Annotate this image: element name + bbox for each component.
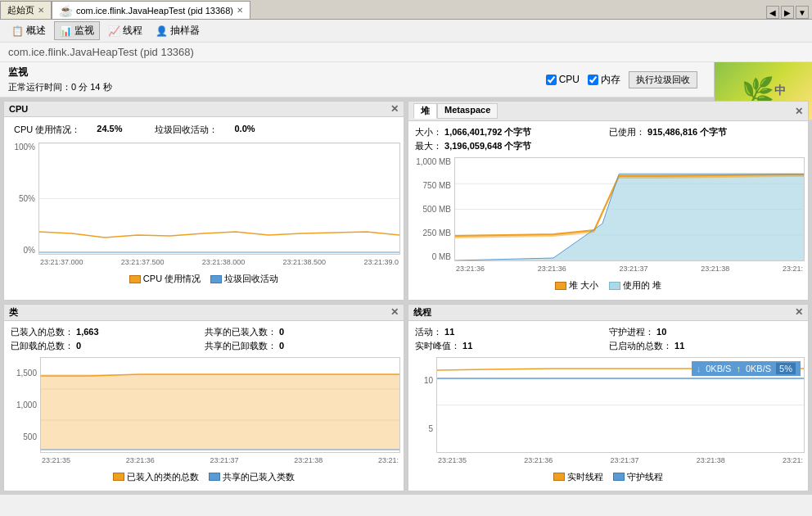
cpu-legend-label-2: 垃圾回收活动: [224, 273, 278, 285]
cpu-legend-color-2: [210, 275, 222, 283]
thread-panel-body: 活动： 11 守护进程： 10 实时峰值： 11 已启动的总数： 11: [408, 321, 808, 490]
net-pct-badge: 5%: [776, 363, 796, 374]
thread-legend-item-2: 守护线程: [613, 471, 663, 483]
panels-grid: CPU ✕ CPU 使用情况： 24.5% 垃圾回收活动： 0.0% 100% …: [0, 97, 812, 495]
tab-nav-prev[interactable]: ◀: [766, 6, 779, 19]
heap-panel-close[interactable]: ✕: [795, 106, 803, 117]
thread-daemon-value: 10: [656, 327, 666, 337]
class-shared-unloaded-label: 共享的已卸载数：: [205, 341, 277, 351]
class-panel-close[interactable]: ✕: [390, 306, 399, 318]
gc-button[interactable]: 执行垃圾回收: [629, 71, 697, 88]
memory-checkbox-label[interactable]: 内存: [588, 73, 620, 87]
thread-legend-item-1: 实时线程: [553, 471, 603, 483]
cpu-legend-item-1: CPU 使用情况: [129, 273, 201, 285]
heap-panel: 堆 Metaspace ✕ 大小： 1,066,401,792 个字节 已使用：…: [408, 101, 809, 301]
thread-panel-titlebar: 线程 ✕: [408, 305, 808, 321]
cpu-legend-color-1: [129, 275, 141, 283]
cpu-legend-label-1: CPU 使用情况: [143, 273, 201, 285]
cpu-checkbox[interactable]: [546, 75, 557, 85]
heap-panel-titlebar: 堆 Metaspace ✕: [408, 102, 808, 121]
heap-chart: [454, 157, 805, 261]
class-x-0: 23:21:35: [42, 456, 70, 464]
heap-chart-container: 1,000 MB 750 MB 500 MB 250 MB 0 MB: [412, 157, 805, 276]
thread-chart-container: 10 5 ↓ 0KB/S ↑: [412, 357, 805, 468]
cpu-usage-label: CPU 使用情况：: [14, 124, 80, 136]
cpu-x-2: 23:21:38.000: [202, 258, 246, 266]
cpu-x-0: 23:21:37.000: [40, 258, 83, 266]
thread-peak-row: 实时峰值： 11: [415, 340, 607, 352]
thread-panel-title: 线程: [413, 306, 431, 319]
thread-x-0: 23:21:35: [438, 456, 467, 464]
heap-x-3: 23:21:38: [701, 265, 729, 273]
cpu-y-0: 0%: [24, 246, 35, 255]
tab-start-close[interactable]: ✕: [38, 6, 44, 15]
cpu-legend: CPU 使用情况 垃圾回收活动: [7, 269, 400, 288]
overview-label: 概述: [26, 24, 46, 38]
class-panel: 类 ✕ 已装入的总数： 1,663 共享的已装入数： 0 已卸载的总数： 0 共…: [3, 304, 404, 492]
heap-used-label: 已使用：: [609, 127, 645, 137]
heap-y-labels: 1,000 MB 750 MB 500 MB 250 MB 0 MB: [412, 157, 454, 261]
class-shared-loaded-label: 共享的已装入数：: [205, 327, 277, 337]
tab-metaspace[interactable]: Metaspace: [437, 103, 498, 119]
thread-x-labels: 23:21:35 23:21:36 23:21:37 23:21:38 23:2…: [436, 453, 805, 468]
class-shared-loaded-row: 共享的已装入数： 0: [205, 326, 397, 338]
thread-x-1: 23:21:36: [524, 456, 553, 464]
heap-used-fill: [455, 173, 804, 260]
thread-daemon-label: 守护进程：: [609, 327, 654, 337]
thread-x-4: 23:21:: [783, 456, 803, 464]
title-bar: com.ice.flink.JavaHeapTest (pid 13368): [0, 43, 812, 62]
class-unloaded-row: 已卸载的总数： 0: [11, 340, 203, 352]
monitor-button[interactable]: 📊 监视: [54, 21, 100, 40]
sampler-button[interactable]: 👤 抽样器: [151, 22, 205, 39]
heap-x-2: 23:21:37: [619, 265, 647, 273]
tab-start-page[interactable]: 起始页 ✕: [0, 1, 52, 19]
tab-nav-menu[interactable]: ▼: [796, 6, 809, 19]
tab-heap[interactable]: 堆: [413, 103, 437, 119]
thread-panel: 线程 ✕ 活动： 11 守护进程： 10 实时峰值： 11 已启动的总数：: [408, 304, 809, 492]
class-loaded-row: 已装入的总数： 1,663: [11, 326, 203, 338]
gc-activity-value: 0.0%: [234, 124, 255, 136]
class-loaded-value: 1,663: [76, 327, 99, 337]
heap-y-750: 750 MB: [423, 181, 451, 190]
class-shared-unloaded-value: 0: [279, 341, 284, 351]
cpu-panel-close[interactable]: ✕: [390, 103, 399, 115]
thread-panel-close[interactable]: ✕: [795, 306, 803, 318]
heap-size-row: 大小： 1,066,401,792 个字节: [415, 126, 607, 138]
class-legend-label-1: 已装入的类的总数: [127, 471, 199, 483]
cpu-checkbox-label[interactable]: CPU: [546, 74, 580, 85]
heap-legend: 堆 大小 使用的 堆: [412, 276, 805, 295]
heap-chart-svg: [455, 158, 804, 260]
heap-legend-item-1: 堆 大小: [555, 279, 598, 292]
memory-checkbox[interactable]: [588, 75, 598, 85]
class-y-labels: 1,500 1,000 500: [7, 357, 40, 453]
memory-checkbox-text: 内存: [601, 73, 620, 87]
up-arrow-icon: ↑: [736, 364, 741, 373]
thread-y-10: 10: [424, 376, 433, 385]
thread-chart: ↓ 0KB/S ↑ 0KB/S 5%: [436, 357, 805, 453]
cpu-y-50: 50%: [19, 194, 35, 203]
class-legend-item-2: 共享的已装入类数: [209, 471, 295, 483]
thread-button[interactable]: 📈 线程: [103, 22, 147, 39]
thread-stats: 活动： 11 守护进程： 10 实时峰值： 11 已启动的总数： 11: [412, 324, 805, 354]
monitor-header: 监视 正常运行时间：0 分 14 秒 CPU 内存 执行垃圾回收 🌿 中: [0, 62, 812, 97]
heap-panel-tabs: 堆 Metaspace: [413, 103, 498, 119]
thread-y-labels: 10 5: [412, 357, 436, 453]
overview-button[interactable]: 📋 概述: [7, 22, 51, 39]
class-x-4: 23:21:: [378, 456, 399, 464]
class-y-500: 500: [23, 432, 37, 441]
tab-javaheap[interactable]: ☕ com.ice.flink.JavaHeapTest (pid 13368)…: [52, 1, 250, 19]
cpu-checkbox-text: CPU: [559, 74, 580, 85]
class-x-labels: 23:21:35 23:21:36 23:21:37 23:21:38 23:2…: [40, 453, 400, 468]
tab-nav-next[interactable]: ▶: [781, 6, 794, 19]
thread-legend-color-2: [613, 473, 625, 481]
tab-start-label: 起始页: [7, 4, 34, 16]
class-legend-color-2: [209, 473, 220, 481]
monitor-label: 监视: [74, 24, 94, 38]
thread-x-2: 23:21:37: [610, 456, 638, 464]
tab-javaheap-close[interactable]: ✕: [237, 6, 243, 15]
cpu-panel-title: CPU: [9, 104, 28, 114]
heap-legend-label-1: 堆 大小: [569, 279, 598, 292]
class-loaded-label: 已装入的总数：: [11, 327, 74, 337]
heap-legend-label-2: 使用的 堆: [623, 279, 661, 292]
tab-navigation: ◀ ▶ ▼: [766, 6, 812, 19]
